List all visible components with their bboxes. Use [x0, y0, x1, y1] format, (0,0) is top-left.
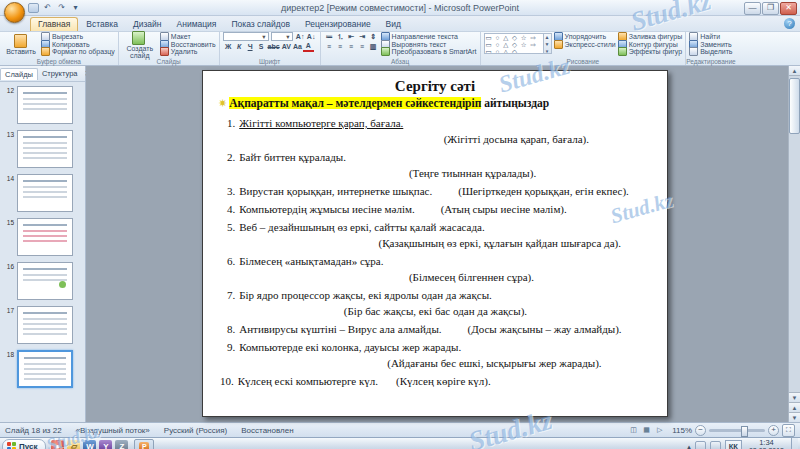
tab-insert[interactable]: Вставка [79, 18, 125, 31]
quick-styles-button[interactable]: Экспресс-стили [554, 41, 616, 49]
numbering-button[interactable]: ⒈ [335, 32, 346, 41]
underline-button[interactable]: Ч [245, 42, 256, 51]
slide-title[interactable]: Сергіту сәті [218, 78, 652, 95]
slide-sorter-view-button[interactable]: ▦ [640, 424, 653, 437]
tab-animation[interactable]: Анимация [170, 18, 224, 31]
columns-button[interactable]: ▥ [368, 42, 379, 51]
line-spacing-button[interactable]: ⇕ [368, 32, 379, 41]
tray-status-icon[interactable] [695, 441, 706, 449]
powerpoint-task-button[interactable]: P [134, 439, 154, 449]
shape-fill-button[interactable]: Заливка фигуры [618, 33, 682, 41]
bold-button[interactable]: Ж [223, 42, 234, 51]
convert-smartart-button[interactable]: Преобразовать в SmartArt [381, 48, 477, 56]
new-slide-button[interactable]: Создать слайд [122, 33, 158, 56]
ribbon-group-drawing: ▭ ○ △ ◇ ☆ ⇨ ▭ ○ △ ◇ ☆ ⇨ ▭ ○ △ ◇ ▲▼▾ Упор… [481, 32, 687, 65]
maximize-button[interactable]: ❐ [762, 2, 779, 15]
messenger-icon[interactable]: Y [99, 440, 112, 449]
font-name-combobox[interactable]: ▾ [223, 32, 269, 41]
undo-icon[interactable]: ↶ [42, 3, 53, 13]
paste-button[interactable]: Вставить [3, 33, 39, 56]
tab-slideshow[interactable]: Показ слайдов [224, 18, 297, 31]
language-indicator[interactable]: КК [725, 440, 742, 449]
help-icon[interactable]: ? [784, 18, 795, 29]
tab-review[interactable]: Рецензирование [298, 18, 378, 31]
next-slide-button[interactable]: ▼ [789, 412, 800, 422]
browser-icon[interactable]: ● [51, 440, 64, 449]
shapes-gallery-scroll[interactable]: ▲▼▾ [544, 33, 552, 54]
align-right-button[interactable]: ≡ [346, 42, 357, 51]
office-button-icon[interactable] [4, 2, 25, 23]
italic-button[interactable]: К [234, 42, 245, 51]
align-left-button[interactable]: ≡ [324, 42, 335, 51]
word-icon[interactable]: W [83, 440, 96, 449]
select-button[interactable]: Выделить [689, 48, 732, 56]
slide-subtitle[interactable]: ✷Ақпаратты мақал – мәтелдермен сәйкестен… [218, 97, 652, 110]
arrange-button[interactable]: Упорядочить [554, 33, 616, 41]
slide-thumbnail[interactable]: 15 [0, 218, 83, 256]
tray-clock[interactable]: 1:34 02.03.2013 [746, 439, 787, 449]
char-spacing-button[interactable]: AV [281, 42, 292, 51]
slideshow-view-button[interactable]: ▷ [653, 424, 666, 437]
shape-outline-button[interactable]: Контур фигуры [618, 41, 682, 49]
start-button[interactable]: Пуск [2, 439, 46, 449]
vertical-scrollbar[interactable]: ▲ ▼ ▲ ▼ [788, 66, 800, 422]
slide-thumbnail-selected[interactable]: 18 [0, 350, 83, 388]
font-color-button[interactable]: А [303, 41, 314, 52]
redo-icon[interactable]: ↷ [56, 3, 67, 13]
shapes-gallery[interactable]: ▭ ○ △ ◇ ☆ ⇨ ▭ ○ △ ◇ ☆ ⇨ ▭ ○ △ ◇ [484, 33, 544, 54]
previous-slide-button[interactable]: ▲ [789, 402, 800, 412]
zoom-slider-thumb[interactable] [741, 426, 748, 437]
strikethrough-button[interactable]: abc [267, 42, 281, 51]
thumbnail-preview [17, 86, 73, 124]
save-icon[interactable] [28, 3, 39, 13]
tab-outline[interactable]: Структура [38, 68, 82, 79]
slide-canvas: Сергіту сәті ✷Ақпаратты мақал – мәтелдер… [86, 66, 800, 422]
normal-view-button[interactable]: ◫ [627, 424, 640, 437]
theme-name[interactable]: «Воздушный поток» [76, 426, 150, 435]
zoom-out-button[interactable]: − [695, 425, 706, 436]
change-case-button[interactable]: Aa [292, 42, 303, 51]
copy-button[interactable]: Копировать [41, 41, 115, 49]
text-direction-button[interactable]: Направление текста [381, 33, 477, 41]
line-number: 2. [227, 151, 235, 163]
shape-effects-button[interactable]: Эффекты фигур [618, 48, 682, 56]
bullets-button[interactable]: ≔ [324, 32, 335, 41]
slide-thumbnail[interactable]: 13 [0, 130, 83, 168]
show-desktop-button[interactable] [791, 438, 798, 449]
align-text-button[interactable]: Выровнять текст [381, 41, 477, 49]
qat-dropdown-icon[interactable]: ▾ [70, 3, 81, 13]
delete-slide-button[interactable]: Удалить [160, 48, 216, 56]
font-size-combobox[interactable]: ▾ [271, 32, 293, 41]
cut-button[interactable]: Вырезать [41, 33, 115, 41]
tab-slides-thumbnails[interactable]: Слайды [0, 68, 38, 80]
minimize-button[interactable]: — [744, 2, 761, 15]
slide-thumbnail[interactable]: 16 [0, 262, 83, 300]
slide-thumbnail[interactable]: 17 [0, 306, 83, 344]
increase-indent-button[interactable]: ⇥ [357, 32, 368, 41]
slide-thumbnail[interactable]: 14 [0, 174, 83, 212]
slide-thumbnail[interactable]: 12 [0, 86, 83, 124]
line-main-text: Компьютердің жұмысы иесіне мәлім. [239, 203, 414, 215]
format-painter-button[interactable]: Формат по образцу [41, 48, 115, 56]
language-status[interactable]: Русский (Россия) [164, 426, 227, 435]
tray-volume-icon[interactable] [710, 441, 721, 449]
decrease-indent-button[interactable]: ⇤ [346, 32, 357, 41]
folder-icon[interactable]: ▱ [67, 440, 80, 449]
tab-view[interactable]: Вид [379, 18, 408, 31]
scroll-up-icon[interactable]: ▲ [789, 66, 800, 76]
shadow-button[interactable]: S [256, 42, 267, 51]
tab-design[interactable]: Дизайн [126, 18, 169, 31]
zoom-in-button[interactable]: + [768, 425, 779, 436]
fit-to-window-button[interactable]: ⛶ [782, 424, 795, 437]
scrollbar-thumb[interactable] [789, 78, 800, 134]
align-center-button[interactable]: ≡ [335, 42, 346, 51]
archiver-icon[interactable]: Z [115, 440, 128, 449]
scroll-down-icon[interactable]: ▼ [789, 392, 800, 402]
zoom-level[interactable]: 115% [672, 426, 692, 435]
tray-expand-icon[interactable]: ▴ [687, 443, 691, 449]
tab-home[interactable]: Главная [30, 17, 78, 31]
zoom-slider[interactable] [709, 429, 765, 432]
justify-button[interactable]: ≡ [357, 42, 368, 51]
slide-18[interactable]: Сергіту сәті ✷Ақпаратты мақал – мәтелдер… [202, 70, 668, 417]
close-button[interactable]: ✕ [780, 2, 797, 15]
